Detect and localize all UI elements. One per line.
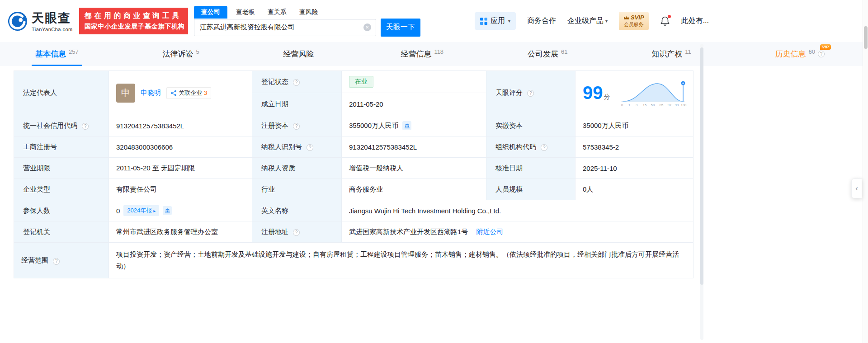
caret-down-icon: ▾ xyxy=(605,19,608,23)
tab-history-info[interactable]: VIP 历史信息 60 ? xyxy=(772,42,828,66)
notification-dot xyxy=(668,15,671,18)
field-value-business-scope: 项目投资开发；资产经营；土地前期开发及基础设施开发与建设；自有房屋租赁；工程建设… xyxy=(109,243,693,278)
help-icon[interactable]: ? xyxy=(293,79,300,86)
related-companies-badge[interactable]: 关联企业 3 xyxy=(166,87,211,99)
promo-line2: 国家中小企业发展子基金旗下机构 xyxy=(85,22,183,31)
tab-basic-info[interactable]: 基本信息 257 xyxy=(32,42,82,66)
tab-label: 历史信息 xyxy=(775,49,806,59)
tab-count: 257 xyxy=(69,48,79,55)
logo-text: 天眼查 TianYanCha.com xyxy=(32,10,73,32)
tianyancha-logo-icon xyxy=(7,11,28,32)
search-tab-company[interactable]: 查公司 xyxy=(194,6,227,19)
field-label-staff-size: 人员规模 xyxy=(486,179,576,200)
legal-rep-name-link[interactable]: 申晓明 xyxy=(141,89,161,97)
tianyancha-page: 天眼查 TianYanCha.com 都在用的商业查询工具 国家中小企业发展子基… xyxy=(0,0,868,343)
top-nav: 应用 ▾ 商务合作 企业级产品 ▾ SVIP 会员服务 xyxy=(475,12,868,30)
capital-detail-button[interactable] xyxy=(402,121,411,130)
establish-date-text: 2011-05-20 xyxy=(349,100,383,108)
browser-scrollbar-thumb[interactable] xyxy=(864,26,868,49)
field-label-english-name: 英文名称 xyxy=(252,200,342,221)
insured-detail-button[interactable] xyxy=(163,206,172,215)
field-label-text: 登记状态 xyxy=(261,78,288,85)
field-label-credit-code: 统一社会信用代码 ? xyxy=(14,115,109,136)
score-axis-tick: 3 xyxy=(636,103,637,107)
field-value-score: 99分 0 1 3 15 5 xyxy=(576,71,693,115)
browser-scrollbar[interactable] xyxy=(863,0,868,343)
score-number: 99 xyxy=(583,83,603,103)
score-number-wrap: 99分 xyxy=(583,83,610,103)
field-label-text: 核准日期 xyxy=(495,164,523,172)
field-value-english-name: Jiangsu Wujin Hi Tech Investment Holding… xyxy=(342,200,693,221)
caret-down-icon: ▾ xyxy=(508,19,510,23)
field-label-legal-rep: 法定代表人 xyxy=(14,71,109,115)
apps-button[interactable]: 应用 ▾ xyxy=(475,12,516,30)
tab-legal-proceedings[interactable]: 法律诉讼 5 xyxy=(159,42,203,66)
help-icon[interactable]: ? xyxy=(527,90,534,97)
tab-business-risk[interactable]: 经营风险 xyxy=(280,42,321,66)
score-chart: 0 1 3 15 50 85 97 99 100 xyxy=(619,78,687,108)
taxpayer-quality-text: 增值税一般纳税人 xyxy=(349,164,403,172)
field-value-legal-rep: 申 申晓明 关联企业 3 xyxy=(109,71,252,115)
field-label-org-code: 组织机构代码 ? xyxy=(486,136,576,158)
search-tab-relation[interactable]: 查关系 xyxy=(264,6,291,19)
field-label-reg-status: 登记状态 ? xyxy=(252,71,342,93)
field-value-paid-capital: 35000万人民币 xyxy=(576,115,693,136)
field-label-text: 行业 xyxy=(261,185,275,193)
field-value-taxpayer-quality: 增值税一般纳税人 xyxy=(342,158,486,179)
status-badge: 在业 xyxy=(349,76,373,88)
help-icon[interactable]: ? xyxy=(293,123,300,130)
nav-more[interactable]: 此处有... xyxy=(681,16,709,26)
help-icon[interactable]: ? xyxy=(818,51,825,57)
tab-business-info[interactable]: 经营信息 118 xyxy=(397,42,447,66)
help-icon[interactable]: ? xyxy=(307,144,313,151)
tab-company-development[interactable]: 公司发展 61 xyxy=(524,42,571,66)
nav-cooperation[interactable]: 商务合作 xyxy=(527,16,556,26)
apps-grid-icon xyxy=(480,18,487,25)
svip-badge[interactable]: SVIP 会员服务 xyxy=(619,12,649,30)
help-icon[interactable]: ? xyxy=(53,258,60,265)
tab-count: 5 xyxy=(196,48,199,55)
tab-intellectual-property[interactable]: 知识产权 11 xyxy=(648,42,695,66)
field-label-approval-date: 核准日期 xyxy=(486,158,576,179)
field-label-business-scope: 经营范围 ? xyxy=(14,243,109,278)
tianyancha-logo[interactable]: 天眼查 TianYanCha.com xyxy=(7,10,73,32)
collapse-panel-button[interactable]: ‹ xyxy=(851,179,862,198)
field-label-industry: 行业 xyxy=(252,179,342,200)
field-value-insured: 0 2024年报 ▸ xyxy=(109,200,252,221)
help-icon[interactable]: ? xyxy=(82,123,89,130)
search-button[interactable]: 天眼一下 xyxy=(381,19,420,37)
reg-address-text: 武进国家高新技术产业开发区西湖路1号 xyxy=(349,228,468,235)
content-scrollbar-thumb[interactable] xyxy=(700,47,703,285)
field-label-text: 企业类型 xyxy=(23,185,50,193)
brand-name: 天眼查 xyxy=(32,10,73,26)
annual-report-link[interactable]: 2024年报 ▸ xyxy=(123,205,159,216)
score-axis-tick: 99 xyxy=(675,103,679,107)
search-tab-boss[interactable]: 查老板 xyxy=(232,6,259,19)
search-input[interactable] xyxy=(194,23,363,31)
content-scrollbar[interactable] xyxy=(700,44,703,340)
field-label-text: 人员规模 xyxy=(495,185,523,193)
tab-label: 经营风险 xyxy=(283,49,314,59)
nav-cooperation-label: 商务合作 xyxy=(527,16,556,26)
nav-enterprise[interactable]: 企业级产品 ▾ xyxy=(567,16,608,26)
field-value-reg-number: 320483000306606 xyxy=(109,136,252,158)
tab-label: 经营信息 xyxy=(401,49,431,59)
apps-label: 应用 xyxy=(491,16,505,26)
score-axis-tick: 85 xyxy=(660,103,663,107)
legal-rep-avatar[interactable]: 申 xyxy=(116,84,135,103)
notifications-button[interactable] xyxy=(660,16,670,26)
field-label-taxpayer-quality: 纳税人资质 xyxy=(252,158,342,179)
clear-icon[interactable]: ✕ xyxy=(363,23,371,31)
field-value-industry: 商务服务业 xyxy=(342,179,486,200)
arrow-right-icon: ▸ xyxy=(153,208,156,213)
score-axis-tick: 50 xyxy=(651,103,655,107)
help-icon[interactable]: ? xyxy=(541,144,547,151)
field-label-insured: 参保人数 xyxy=(14,200,109,221)
search-tab-risk[interactable]: 查风险 xyxy=(295,6,322,19)
reg-capital-text: 355000万人民币 xyxy=(349,122,399,130)
help-icon[interactable]: ? xyxy=(293,229,300,236)
field-label-text: 法定代表人 xyxy=(23,89,57,96)
nearby-companies-link[interactable]: 附近公司 xyxy=(476,228,504,235)
svip-sublabel: 会员服务 xyxy=(624,21,644,28)
crown-icon xyxy=(623,15,629,20)
